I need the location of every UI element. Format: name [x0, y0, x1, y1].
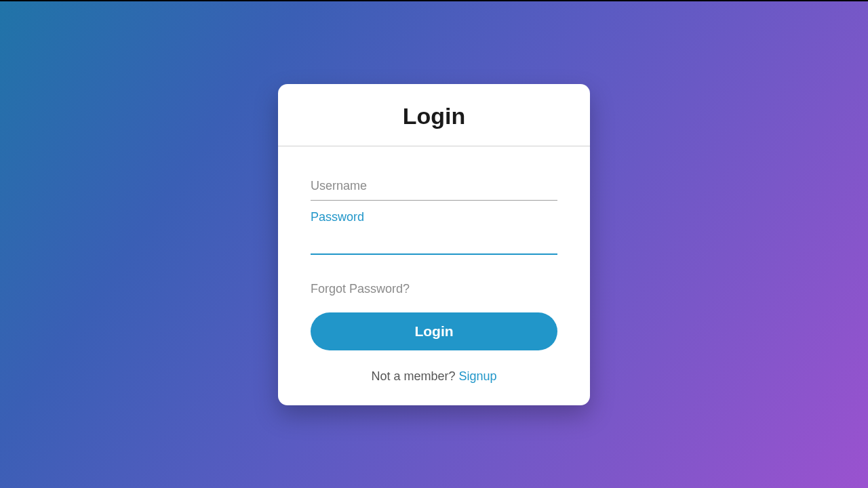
card-header: Login — [278, 84, 590, 146]
signup-prompt: Not a member? — [371, 369, 458, 383]
password-label: Password — [311, 210, 557, 224]
card-body: Password Forgot Password? Login Not a me… — [278, 146, 590, 405]
forgot-password-link[interactable]: Forgot Password? — [311, 282, 410, 296]
username-input[interactable] — [311, 174, 557, 201]
login-button[interactable]: Login — [311, 312, 557, 350]
password-field-wrapper: Password — [311, 210, 557, 255]
password-input[interactable] — [311, 226, 557, 255]
login-card: Login Password Forgot Password? Login No… — [278, 84, 590, 405]
signup-link[interactable]: Signup — [459, 369, 497, 383]
page-title: Login — [278, 103, 590, 129]
username-field-wrapper — [311, 174, 557, 201]
signup-row: Not a member? Signup — [311, 369, 557, 384]
